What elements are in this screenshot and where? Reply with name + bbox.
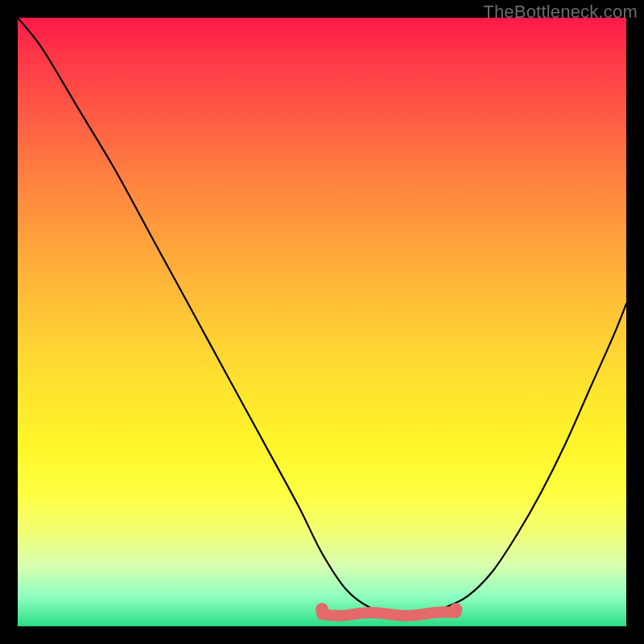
bottleneck-curve: [18, 18, 626, 615]
marker-flat-segment: [322, 612, 456, 616]
chart-overlay: [18, 18, 626, 626]
marker-dot: [449, 603, 462, 616]
optimal-region-markers: [316, 603, 462, 616]
